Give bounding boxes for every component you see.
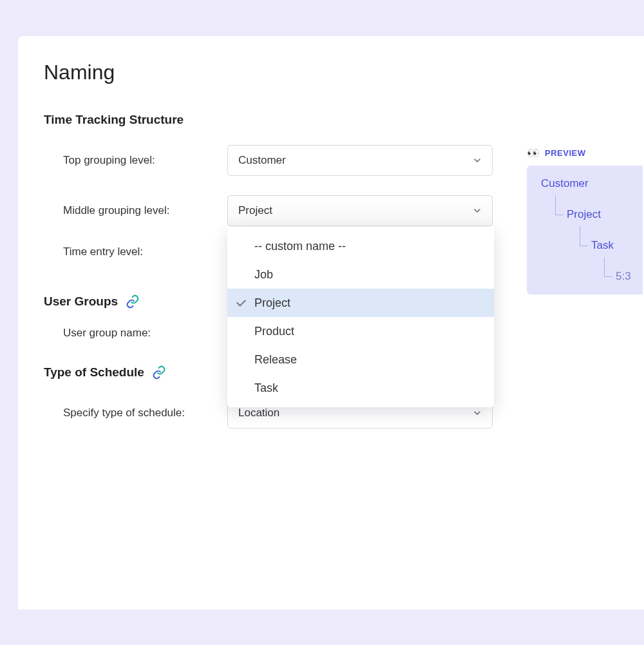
page-title: Naming: [44, 61, 644, 84]
preview-node-customer: Customer: [541, 177, 643, 190]
section-heading-user-groups-text: User Groups: [44, 294, 118, 309]
preview-node-project: Project: [567, 208, 643, 221]
preview-label: PREVIEW: [545, 148, 585, 158]
preview-header: 👀 PREVIEW: [527, 147, 643, 159]
dropdown-option-task[interactable]: Task: [227, 374, 494, 402]
label-user-group-name: User group name:: [63, 327, 227, 340]
link-icon[interactable]: [152, 365, 166, 380]
dropdown-middle-level: -- custom name -- Job Project Product Re…: [227, 227, 494, 407]
select-middle-level-value: Project: [238, 204, 272, 217]
preview-panel: 👀 PREVIEW Customer Project Task 5:3: [527, 147, 643, 294]
label-middle-level: Middle grouping level:: [63, 204, 227, 217]
eyes-icon: 👀: [527, 147, 540, 159]
dropdown-option-custom[interactable]: -- custom name --: [227, 232, 494, 260]
link-icon[interactable]: [126, 294, 140, 309]
dropdown-option-job[interactable]: Job: [227, 260, 494, 289]
chevron-down-icon: [473, 156, 482, 165]
label-top-level: Top grouping level:: [63, 154, 227, 167]
dropdown-option-product[interactable]: Product: [227, 317, 494, 345]
dropdown-option-project[interactable]: Project: [227, 289, 494, 317]
preview-node-time: 5:3: [616, 270, 643, 283]
select-schedule-type-value: Location: [238, 407, 279, 419]
section-heading-schedule-text: Type of Schedule: [44, 365, 144, 380]
select-top-level-value: Customer: [238, 154, 286, 167]
chevron-down-icon: [473, 409, 482, 418]
preview-tree: Customer Project Task 5:3: [527, 166, 643, 294]
label-schedule-type: Specify type of schedule:: [63, 407, 227, 419]
select-middle-level[interactable]: Project -- custom name -- Job Project Pr…: [227, 195, 493, 226]
label-entry-level: Time entry level:: [63, 245, 227, 258]
dropdown-option-release[interactable]: Release: [227, 345, 494, 374]
section-heading-tracking: Time Tracking Structure: [44, 113, 644, 127]
select-top-level[interactable]: Customer: [227, 145, 493, 176]
settings-card: Naming Time Tracking Structure Top group…: [18, 36, 644, 610]
preview-node-task: Task: [591, 239, 643, 252]
section-heading-tracking-text: Time Tracking Structure: [44, 113, 184, 127]
chevron-down-icon: [473, 206, 482, 215]
